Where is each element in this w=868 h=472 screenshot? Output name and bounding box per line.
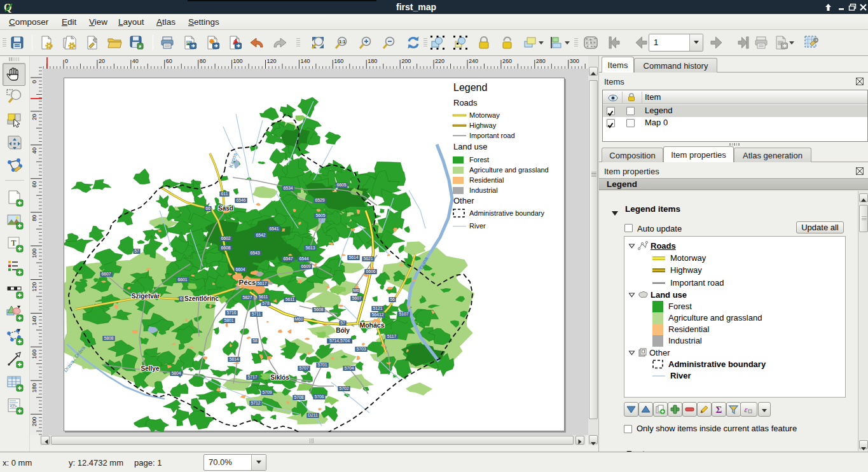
svg-text:Highway: Highway	[469, 121, 497, 129]
svg-text:Administrative boundary: Administrative boundary	[469, 209, 545, 217]
svg-text:100: 100	[31, 249, 38, 258]
svg-text:5121: 5121	[373, 306, 382, 310]
svg-text:57: 57	[134, 249, 139, 253]
svg-text:220: 220	[435, 58, 444, 64]
svg-text:20: 20	[31, 114, 38, 120]
svg-text:6608: 6608	[221, 246, 230, 250]
svg-text:Important road: Important road	[469, 132, 515, 139]
svg-text:611: 611	[221, 191, 228, 196]
svg-text:56: 56	[390, 297, 395, 302]
svg-text:80: 80	[200, 58, 206, 64]
svg-text:5707: 5707	[299, 366, 308, 370]
svg-text:160: 160	[31, 349, 38, 359]
svg-text:80: 80	[31, 215, 38, 221]
svg-text:Pécs: Pécs	[239, 279, 256, 286]
svg-text:260: 260	[502, 58, 512, 64]
svg-text:40: 40	[31, 148, 38, 154]
svg-text:5717: 5717	[247, 375, 257, 379]
svg-text:5808: 5808	[104, 336, 113, 340]
svg-text:5701: 5701	[317, 363, 327, 367]
svg-text:58: 58	[252, 338, 258, 343]
svg-text:5827: 5827	[242, 295, 252, 300]
svg-text:5617: 5617	[257, 281, 266, 286]
svg-text:160: 160	[334, 58, 343, 64]
svg-text:120: 120	[266, 58, 276, 64]
svg-text:0: 0	[65, 58, 68, 64]
svg-text:D211: D211	[308, 413, 318, 417]
svg-text:6609: 6609	[301, 264, 310, 268]
svg-text:180: 180	[31, 383, 38, 392]
svg-text:5706: 5706	[314, 394, 324, 399]
svg-text:140: 140	[31, 316, 38, 325]
svg-text:120: 120	[31, 282, 38, 291]
svg-text:5716: 5716	[226, 310, 236, 315]
svg-text:T: T	[11, 238, 17, 247]
svg-text:Mohács: Mohács	[359, 321, 384, 329]
svg-text:6544: 6544	[299, 256, 308, 261]
svg-text:6547: 6547	[283, 256, 293, 261]
svg-text:Siklós: Siklós	[270, 374, 289, 381]
svg-text:57: 57	[340, 321, 345, 325]
svg-text:Legend: Legend	[453, 82, 487, 93]
svg-text:Land use: Land use	[453, 142, 488, 151]
svg-text:6541: 6541	[269, 226, 279, 231]
svg-text:Bóly: Bóly	[336, 327, 350, 334]
svg-text:56412: 56412	[372, 312, 384, 317]
svg-text:60: 60	[166, 58, 172, 64]
svg-text:Residential: Residential	[469, 176, 504, 184]
svg-text:Roads: Roads	[453, 98, 478, 108]
svg-text:6602: 6602	[221, 236, 230, 240]
svg-text:Σ: Σ	[716, 405, 722, 415]
svg-text:M60: M60	[294, 317, 303, 321]
svg-text:5614: 5614	[348, 255, 358, 260]
svg-text:5814: 5814	[229, 357, 238, 361]
svg-text:5607: 5607	[352, 296, 361, 300]
svg-text:</>: </>	[10, 403, 17, 409]
svg-text:Industrial: Industrial	[469, 186, 498, 194]
svg-text:6529: 6529	[315, 198, 324, 202]
svg-text:0: 0	[31, 80, 38, 83]
svg-text:66: 66	[205, 206, 210, 211]
svg-text:5801: 5801	[224, 318, 233, 323]
svg-text:6606: 6606	[366, 269, 375, 274]
svg-text:5613: 5613	[305, 246, 315, 250]
svg-text:Motorway: Motorway	[469, 111, 500, 119]
svg-text:578: 578	[262, 301, 270, 305]
svg-text:6542: 6542	[256, 233, 265, 237]
svg-text:Szentlőrinc: Szentlőrinc	[184, 295, 219, 302]
svg-text:Sellye: Sellye	[141, 365, 160, 372]
svg-text:100: 100	[233, 58, 243, 64]
svg-text:5711: 5711	[252, 312, 261, 316]
svg-text:5804: 5804	[171, 371, 181, 375]
svg-text:5703: 5703	[356, 347, 366, 351]
svg-text:240: 240	[469, 58, 478, 64]
svg-text:200: 200	[31, 417, 38, 426]
svg-text:6601: 6601	[177, 277, 187, 282]
svg-text:M6: M6	[353, 288, 359, 293]
svg-text:6607: 6607	[101, 272, 111, 276]
svg-text:5709: 5709	[262, 390, 272, 394]
svg-text:ε: ε	[744, 405, 748, 414]
svg-text:River: River	[469, 222, 486, 230]
svg-text:5708: 5708	[294, 395, 303, 399]
svg-text:Forest: Forest	[469, 156, 489, 163]
svg-text:60: 60	[31, 181, 38, 188]
svg-text:6546: 6546	[236, 198, 245, 202]
svg-text:5608: 5608	[313, 307, 323, 312]
svg-text:5714,5704: 5714,5704	[329, 338, 350, 343]
svg-text:Agriculture and grassland: Agriculture and grassland	[469, 166, 549, 174]
svg-text:40: 40	[132, 58, 139, 64]
svg-text:Sásd: Sásd	[218, 205, 233, 212]
svg-text:Szigetvár: Szigetvár	[132, 293, 160, 300]
svg-text:5702: 5702	[339, 386, 348, 391]
svg-text:6534: 6534	[283, 186, 293, 190]
svg-text:6: 6	[180, 296, 183, 301]
svg-text:1:1: 1:1	[339, 39, 345, 44]
svg-text:140: 140	[300, 58, 310, 64]
svg-text:5107: 5107	[399, 312, 408, 316]
svg-text:Other: Other	[453, 196, 474, 205]
svg-text:20: 20	[99, 58, 105, 64]
svg-text:5712: 5712	[251, 401, 260, 405]
svg-text:6604: 6604	[235, 267, 245, 272]
svg-text:5117: 5117	[387, 334, 397, 338]
